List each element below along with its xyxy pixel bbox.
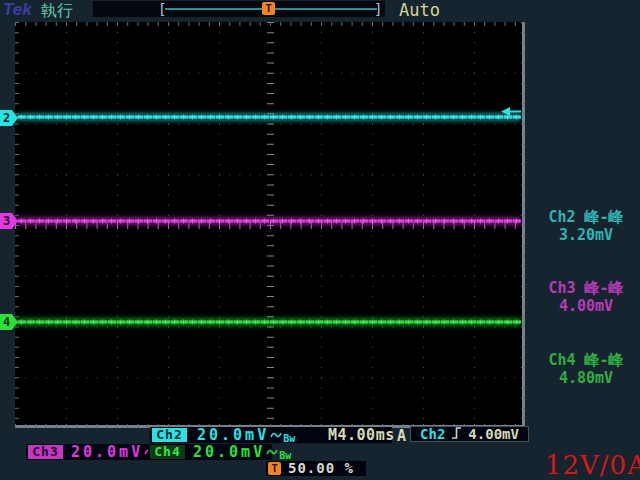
ch2-scale-value: 20.0mV	[197, 426, 269, 444]
trigger-t-icon: T	[268, 462, 281, 475]
measurement-ch2-pkpk: Ch2 峰-峰 3.20mV	[533, 208, 639, 244]
trigger-source: Ch2	[420, 426, 445, 442]
measurement-value: 4.00mV	[533, 297, 639, 315]
ch4-scale-value: 20.0mV	[193, 443, 265, 461]
timebase-readout: M4.00ms	[328, 427, 395, 443]
record-bracket-right: ]	[374, 1, 382, 17]
ac-coupling-icon	[270, 427, 283, 445]
trace-ch2	[17, 114, 521, 120]
trigger-level-arrow-icon	[501, 101, 521, 110]
measurement-ch3-pkpk: Ch3 峰-峰 4.00mV	[533, 279, 639, 315]
trigger-mode-label: Auto	[399, 0, 440, 20]
ch2-badge: Ch2	[152, 428, 187, 442]
timebase-value: 4.00ms	[338, 426, 395, 444]
readout-trigger: Ch2 4.00mV	[410, 426, 529, 442]
trace-ch4	[17, 319, 521, 325]
ac-coupling-icon	[266, 444, 279, 462]
trace-ch3	[17, 218, 521, 224]
measurement-label: Ch4 峰-峰	[533, 351, 639, 369]
measurement-value: 4.80mV	[533, 369, 639, 387]
bandwidth-limit-label: Bw	[283, 433, 295, 444]
acquisition-status: 執行	[41, 1, 73, 22]
ch3-badge: Ch3	[28, 445, 63, 459]
ch3-scale-value: 20.0mV	[71, 443, 143, 461]
graticule	[15, 22, 525, 428]
grid-lines	[15, 22, 525, 428]
measurement-value: 3.20mV	[533, 226, 639, 244]
trigger-t-icon: T	[262, 2, 275, 15]
readout-ch2-timebase: Ch2 20.0mVBw M4.00ms	[150, 427, 392, 443]
measurement-ch4-pkpk: Ch4 峰-峰 4.80mV	[533, 351, 639, 387]
tek-logo: Tek	[3, 0, 32, 20]
acquisition-record-bar: [ ] T	[93, 1, 385, 17]
trigger-position-value: 50.00 %	[288, 461, 354, 476]
oscilloscope-screen: { "colors": { "ch2": "#2be2e2", "ch3": "…	[0, 0, 640, 480]
ch4-scale: 20.0mVBw	[193, 444, 291, 462]
trigger-group-label: A	[397, 427, 406, 445]
measurement-label: Ch2 峰-峰	[533, 208, 639, 226]
trigger-level-value: 4.00mV	[468, 426, 519, 442]
psu-status-overlay: 12V/0A	[545, 450, 640, 480]
timebase-label: M	[328, 426, 338, 444]
measurement-label: Ch3 峰-峰	[533, 279, 639, 297]
readout-trigger-position: T 50.00 %	[266, 461, 366, 476]
readout-ch4: Ch4 20.0mVBw	[148, 444, 272, 460]
ch4-badge: Ch4	[150, 445, 185, 459]
readout-ch3: Ch3 20.0mVBw	[26, 444, 150, 460]
record-bracket-left: [	[158, 1, 166, 17]
rising-edge-icon	[451, 425, 462, 444]
